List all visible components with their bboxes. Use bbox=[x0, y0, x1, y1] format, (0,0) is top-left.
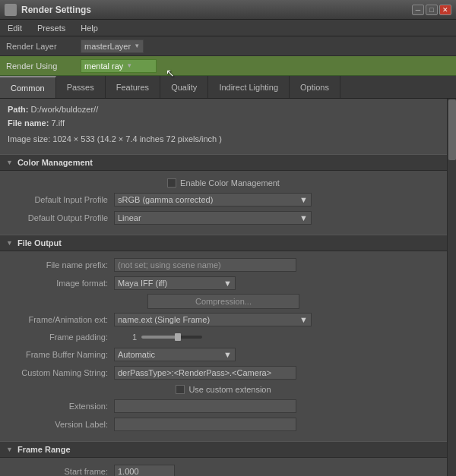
compression-btn-row: Compression... bbox=[0, 292, 447, 311]
tab-quality[interactable]: Quality bbox=[160, 76, 208, 98]
file-output-section: ▼ File Output File name prefix: (not set… bbox=[0, 235, 447, 438]
title-controls: ─ □ ✕ bbox=[412, 5, 451, 15]
render-using-dropdown[interactable]: mental ray ▼ bbox=[81, 59, 157, 73]
version-label-row: Version Label: bbox=[0, 415, 447, 433]
filename-value: 7.iff bbox=[51, 118, 65, 128]
image-format-control: Maya IFF (iff) ▼ bbox=[114, 276, 439, 290]
file-output-body: File name prefix: (not set; using scene … bbox=[0, 251, 447, 438]
window-title: Render Settings bbox=[21, 5, 91, 15]
slider-fill bbox=[141, 336, 178, 339]
frame-buffer-control: Automatic ▼ bbox=[114, 348, 439, 361]
scrollbar-thumb[interactable] bbox=[448, 99, 456, 160]
use-custom-ext-checkbox[interactable] bbox=[176, 385, 185, 394]
filename-label: File name: bbox=[8, 118, 49, 128]
chevron-down-icon: ▼ bbox=[299, 213, 308, 222]
chevron-down-icon: ▼ bbox=[223, 350, 232, 359]
frame-padding-value: 1 bbox=[114, 333, 137, 342]
version-label-label: Version Label: bbox=[8, 420, 114, 429]
default-output-dropdown[interactable]: Linear ▼ bbox=[114, 211, 312, 225]
collapse-icon: ▼ bbox=[6, 239, 13, 247]
frame-anim-row: Frame/Animation ext: name.ext (Single Fr… bbox=[0, 311, 447, 329]
frame-buffer-row: Frame Buffer Naming: Automatic ▼ bbox=[0, 345, 447, 364]
version-label-field[interactable] bbox=[114, 418, 296, 431]
collapse-icon: ▼ bbox=[6, 159, 13, 166]
file-output-header[interactable]: ▼ File Output bbox=[0, 235, 447, 251]
maximize-button[interactable]: □ bbox=[426, 5, 438, 15]
color-management-header[interactable]: ▼ Color Management bbox=[0, 154, 447, 171]
menu-edit[interactable]: Edit bbox=[5, 22, 25, 34]
enable-color-mgmt-checkbox[interactable] bbox=[167, 178, 176, 188]
vertical-scrollbar[interactable] bbox=[447, 99, 456, 476]
default-input-dropdown[interactable]: sRGB (gamma corrected) ▼ bbox=[114, 193, 312, 206]
render-using-row: Render Using mental ray ▼ bbox=[0, 56, 456, 76]
use-custom-ext-label: Use custom extension bbox=[188, 385, 271, 394]
chevron-down-icon: ▼ bbox=[299, 315, 308, 324]
default-output-control: Linear ▼ bbox=[114, 211, 439, 225]
frame-anim-dropdown[interactable]: name.ext (Single Frame) ▼ bbox=[114, 313, 312, 326]
path-value: D:/work/buldozer// bbox=[31, 105, 99, 114]
tab-passes[interactable]: Passes bbox=[56, 76, 106, 98]
start-frame-row: Start frame: 1.000 bbox=[0, 462, 447, 476]
tab-options[interactable]: Options bbox=[290, 76, 340, 98]
image-size: Image size: 1024 × 533 (14.2 × 7.4 inche… bbox=[8, 134, 222, 143]
start-frame-field[interactable]: 1.000 bbox=[114, 465, 175, 476]
frame-padding-control: 1 bbox=[114, 333, 439, 342]
frame-range-section: ▼ Frame Range Start frame: 1.000 End fra… bbox=[0, 441, 447, 476]
filename-prefix-control: (not set; using scene name) bbox=[114, 258, 439, 272]
path-info: Path: D:/work/buldozer// File name: 7.if… bbox=[0, 99, 447, 151]
frame-buffer-dropdown[interactable]: Automatic ▼ bbox=[114, 348, 236, 361]
chevron-down-icon: ▼ bbox=[126, 62, 132, 69]
filename-prefix-field[interactable]: (not set; using scene name) bbox=[114, 258, 296, 272]
render-layer-row: Render Layer masterLayer ▼ bbox=[0, 36, 456, 56]
path-label: Path: bbox=[8, 105, 29, 114]
menu-help[interactable]: Help bbox=[78, 22, 101, 34]
menu-presets[interactable]: Presets bbox=[34, 22, 68, 34]
render-layer-label: Render Layer bbox=[6, 42, 74, 51]
scroll-content: Path: D:/work/buldozer// File name: 7.if… bbox=[0, 99, 447, 476]
extension-label: Extension: bbox=[8, 402, 114, 411]
frame-padding-slider[interactable] bbox=[141, 336, 202, 339]
frame-buffer-label: Frame Buffer Naming: bbox=[8, 350, 114, 359]
start-frame-control: 1.000 bbox=[114, 465, 439, 476]
render-layer-dropdown[interactable]: masterLayer ▼ bbox=[81, 39, 144, 53]
tab-features[interactable]: Features bbox=[106, 76, 160, 98]
frame-range-header[interactable]: ▼ Frame Range bbox=[0, 441, 447, 458]
tabs-row: Common Passes Features Quality Indirect … bbox=[0, 76, 456, 99]
custom-naming-field[interactable]: derPassType>:<RenderPass>.<Camera> bbox=[114, 366, 296, 380]
image-format-row: Image format: Maya IFF (iff) ▼ bbox=[0, 274, 447, 292]
minimize-button[interactable]: ─ bbox=[412, 5, 424, 15]
frame-padding-row: Frame padding: 1 bbox=[0, 329, 447, 345]
frame-range-body: Start frame: 1.000 End frame: 10.000 bbox=[0, 458, 447, 476]
custom-naming-row: Custom Naming String: derPassType>:<Rend… bbox=[0, 364, 447, 382]
frame-anim-control: name.ext (Single Frame) ▼ bbox=[114, 313, 439, 326]
tab-common[interactable]: Common bbox=[0, 76, 56, 98]
collapse-icon: ▼ bbox=[6, 446, 13, 453]
start-frame-label: Start frame: bbox=[8, 467, 114, 476]
use-custom-ext-row: Use custom extension bbox=[0, 382, 447, 397]
default-input-row: Default Input Profile sRGB (gamma correc… bbox=[0, 191, 447, 209]
filename-prefix-row: File name prefix: (not set; using scene … bbox=[0, 256, 447, 274]
menu-bar: Edit Presets Help bbox=[0, 20, 456, 36]
compression-button[interactable]: Compression... bbox=[147, 294, 299, 309]
window-icon bbox=[5, 4, 17, 16]
extension-control bbox=[114, 399, 439, 413]
filename-prefix-label: File name prefix: bbox=[8, 260, 114, 270]
default-output-row: Default Output Profile Linear ▼ bbox=[0, 209, 447, 227]
version-label-control bbox=[114, 418, 439, 431]
chevron-down-icon: ▼ bbox=[134, 43, 140, 49]
default-output-label: Default Output Profile bbox=[8, 213, 114, 222]
color-management-body: Enable Color Management Default Input Pr… bbox=[0, 171, 447, 232]
default-input-label: Default Input Profile bbox=[8, 195, 114, 204]
chevron-down-icon: ▼ bbox=[299, 195, 308, 204]
enable-color-mgmt-label: Enable Color Management bbox=[180, 178, 280, 188]
chevron-down-icon: ▼ bbox=[223, 279, 232, 288]
default-input-control: sRGB (gamma corrected) ▼ bbox=[114, 193, 439, 206]
tab-indirect-lighting[interactable]: Indirect Lighting bbox=[208, 76, 290, 98]
file-output-title: File Output bbox=[17, 238, 62, 247]
extension-field[interactable] bbox=[114, 399, 296, 413]
frame-padding-slider-row: 1 bbox=[114, 333, 439, 342]
image-format-dropdown[interactable]: Maya IFF (iff) ▼ bbox=[114, 276, 236, 290]
render-using-label: Render Using bbox=[6, 61, 74, 71]
image-format-label: Image format: bbox=[8, 279, 114, 288]
close-button[interactable]: ✕ bbox=[439, 5, 451, 15]
